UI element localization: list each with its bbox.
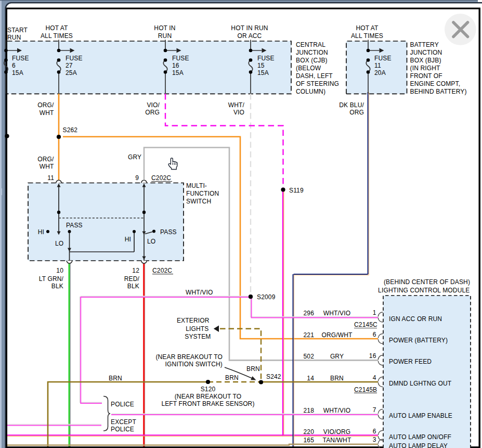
svg-text:S242: S242 [266, 373, 281, 380]
svg-text:(IN RIGHT: (IN RIGHT [410, 65, 441, 72]
svg-text:221: 221 [304, 331, 315, 339]
svg-text:IGNITION SWITCH): IGNITION SWITCH) [165, 361, 223, 368]
svg-text:JUNCTION: JUNCTION [410, 49, 442, 56]
svg-text:(NEAR BREAKOUT TO: (NEAR BREAKOUT TO [175, 393, 242, 400]
svg-text:S120: S120 [201, 386, 216, 393]
svg-text:FUSE: FUSE [172, 55, 189, 62]
svg-text:DK BLU/: DK BLU/ [339, 101, 364, 109]
svg-text:LEFT FRONT BRAKE SENSOR): LEFT FRONT BRAKE SENSOR) [161, 400, 254, 407]
svg-text:218: 218 [304, 407, 315, 414]
svg-text:WHT/VIO: WHT/VIO [323, 310, 350, 317]
svg-text:6: 6 [373, 331, 376, 338]
svg-text:FUSE: FUSE [12, 55, 29, 62]
svg-text:HI: HI [125, 236, 131, 243]
svg-text:AUTO LAMP DELAY: AUTO LAMP DELAY [389, 442, 448, 448]
svg-text:BRN: BRN [330, 375, 344, 382]
svg-text:ALL TIMES: ALL TIMES [41, 32, 73, 40]
svg-text:SWITCH: SWITCH [186, 198, 211, 205]
svg-text:15: 15 [257, 62, 265, 69]
svg-text:COLUMN): COLUMN) [296, 88, 325, 95]
svg-text:POLICE: POLICE [111, 426, 134, 433]
svg-text:VIO: VIO [233, 109, 244, 116]
svg-text:OR ACC: OR ACC [238, 32, 262, 40]
svg-text:16: 16 [172, 62, 179, 69]
svg-text:IGN ACC OR RUN: IGN ACC OR RUN [389, 315, 442, 323]
svg-text:9: 9 [135, 174, 139, 182]
svg-text:(BELOW: (BELOW [296, 65, 321, 72]
svg-text:WHT/VIO: WHT/VIO [186, 289, 213, 296]
svg-text:EXTERIOR: EXTERIOR [177, 317, 210, 324]
svg-text:S2009: S2009 [257, 293, 276, 301]
svg-text:POWER FEED: POWER FEED [389, 358, 432, 365]
svg-text:C2145B: C2145B [354, 386, 377, 393]
svg-text:RED/: RED/ [124, 275, 140, 283]
svg-text:C202C: C202C [151, 174, 171, 182]
svg-text:CENTRAL: CENTRAL [296, 41, 325, 48]
svg-text:BRN: BRN [109, 375, 122, 382]
svg-text:FUSE: FUSE [66, 55, 83, 62]
svg-text:11: 11 [47, 174, 54, 182]
svg-text:RUN: RUN [158, 32, 172, 40]
svg-text:GRY: GRY [330, 353, 344, 360]
svg-text:FUNCTION: FUNCTION [186, 190, 219, 197]
svg-text:(NEAR BREAKOUT TO: (NEAR BREAKOUT TO [155, 353, 223, 361]
svg-text:7: 7 [373, 406, 376, 414]
svg-text:4: 4 [373, 374, 376, 381]
svg-text:START: START [7, 27, 28, 34]
svg-text:DMND LGHTNG OUT: DMND LGHTNG OUT [389, 380, 452, 387]
svg-text:TAN/WHT: TAN/WHT [323, 437, 351, 444]
svg-text:15A: 15A [12, 69, 23, 76]
svg-text:BRN: BRN [225, 374, 239, 381]
svg-text:296: 296 [304, 310, 315, 317]
svg-text:LIGHTING CONTROL MODULE: LIGHTING CONTROL MODULE [378, 287, 470, 294]
svg-text:LT GRN/: LT GRN/ [39, 275, 64, 283]
svg-text:165: 165 [304, 437, 315, 444]
svg-text:15A: 15A [257, 69, 269, 76]
svg-text:BATTERY: BATTERY [410, 41, 439, 48]
svg-text:MULTI-: MULTI- [186, 182, 207, 189]
svg-text:12: 12 [132, 267, 139, 274]
svg-text:1: 1 [373, 309, 376, 316]
svg-text:WHT: WHT [40, 163, 54, 170]
svg-text:C2145C: C2145C [354, 321, 377, 328]
svg-text:AUTO LAMP ENABLE: AUTO LAMP ENABLE [389, 412, 452, 419]
svg-text:VIO/ORG: VIO/ORG [323, 428, 350, 436]
svg-text:ORG: ORG [145, 109, 160, 116]
svg-text:BOX (BJB): BOX (BJB) [410, 57, 441, 64]
svg-text:FUSE: FUSE [374, 55, 392, 62]
svg-text:POWER (BATTERY): POWER (BATTERY) [389, 337, 448, 344]
svg-text:HOT IN RUN: HOT IN RUN [231, 24, 268, 32]
svg-text:WHT/: WHT/ [228, 101, 245, 109]
svg-text:OF STEERING: OF STEERING [296, 80, 339, 87]
svg-text:220: 220 [304, 428, 315, 436]
svg-text:ORG/: ORG/ [37, 101, 54, 109]
svg-text:6: 6 [12, 62, 16, 69]
svg-text:PASS: PASS [66, 222, 83, 229]
svg-text:3: 3 [373, 436, 376, 443]
svg-text:BOX (CJB): BOX (CJB) [296, 57, 328, 64]
svg-text:DASH, LEFT: DASH, LEFT [296, 72, 333, 80]
svg-text:S262: S262 [63, 126, 78, 134]
svg-text:BRN: BRN [246, 365, 260, 373]
svg-text:6: 6 [373, 428, 376, 435]
svg-text:WHT/VIO: WHT/VIO [323, 407, 350, 414]
svg-text:10: 10 [56, 267, 63, 274]
svg-text:BLK: BLK [51, 283, 63, 290]
svg-text:GRY: GRY [128, 153, 141, 161]
svg-text:S119: S119 [289, 187, 304, 194]
svg-text:27: 27 [66, 62, 73, 69]
svg-text:25A: 25A [66, 69, 77, 76]
svg-text:LO: LO [55, 240, 63, 247]
svg-text:15A: 15A [172, 69, 184, 76]
svg-text:VIO/: VIO/ [147, 101, 160, 109]
svg-text:POLICE: POLICE [111, 401, 134, 408]
svg-text:LIGHTS: LIGHTS [186, 325, 209, 332]
svg-text:502: 502 [304, 353, 315, 360]
svg-text:JUNCTION: JUNCTION [296, 49, 328, 56]
svg-text:BLK: BLK [127, 283, 139, 290]
svg-text:EXCEPT: EXCEPT [111, 418, 136, 426]
svg-text:ORG/WHT: ORG/WHT [321, 331, 353, 339]
svg-text:PASS: PASS [160, 228, 177, 236]
svg-text:ORG: ORG [349, 109, 364, 116]
svg-text:HOT AT: HOT AT [356, 24, 379, 32]
